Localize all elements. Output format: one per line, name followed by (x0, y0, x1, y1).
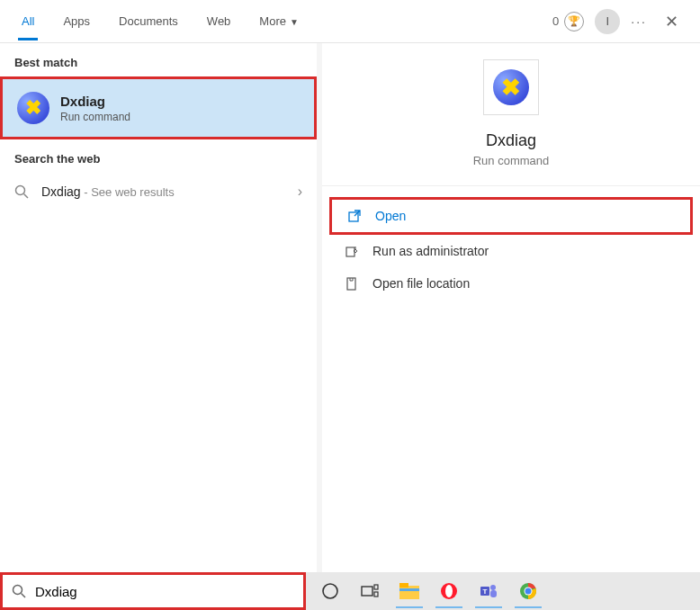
tab-more[interactable]: More▼ (245, 2, 313, 40)
svg-point-5 (13, 586, 22, 595)
svg-rect-8 (362, 587, 372, 596)
chevron-down-icon: ▼ (290, 17, 299, 27)
web-search-result[interactable]: Dxdiag - See web results › (0, 173, 317, 211)
action-open-location[interactable]: Open file location (329, 267, 693, 300)
rewards-button[interactable]: 0 🏆 (552, 12, 584, 31)
svg-point-15 (445, 585, 453, 597)
svg-rect-19 (490, 590, 497, 597)
result-subtitle: Run command (60, 111, 130, 123)
svg-rect-11 (399, 586, 419, 599)
web-result-subtitle: - See web results (81, 185, 175, 199)
taskbar-opera[interactable] (430, 574, 468, 608)
svg-point-7 (323, 584, 337, 598)
preview-title: Dxdiag (486, 131, 536, 150)
filter-tabs: All Apps Documents Web More▼ (7, 2, 313, 40)
svg-rect-12 (399, 583, 408, 588)
dxdiag-icon: ✖ (17, 92, 49, 124)
action-label: Open file location (372, 276, 470, 291)
action-label: Open (375, 209, 406, 223)
folder-icon (344, 277, 360, 291)
search-box[interactable] (0, 572, 306, 610)
action-list: Open Run as administrator Open file loca… (322, 186, 700, 310)
search-header: All Apps Documents Web More▼ 0 🏆 I ··· ✕ (0, 0, 700, 43)
search-web-heading: Search the web (0, 139, 317, 173)
svg-rect-3 (346, 247, 354, 256)
taskbar-cortana[interactable] (311, 574, 349, 608)
chevron-right-icon: › (298, 184, 302, 200)
results-pane: Best match ✖ Dxdiag Run command Search t… (0, 43, 317, 610)
action-run-admin[interactable]: Run as administrator (329, 235, 693, 267)
admin-icon (344, 245, 360, 258)
svg-line-1 (24, 194, 29, 199)
svg-line-6 (22, 594, 26, 598)
action-label: Run as administrator (372, 244, 489, 258)
svg-point-0 (16, 186, 25, 195)
svg-point-23 (525, 588, 532, 595)
user-avatar[interactable]: I (595, 9, 620, 34)
taskbar-taskview[interactable] (351, 574, 389, 608)
search-input[interactable] (35, 584, 294, 599)
action-open[interactable]: Open (329, 197, 693, 235)
svg-point-18 (490, 585, 496, 590)
svg-rect-10 (374, 592, 378, 597)
best-match-result[interactable]: ✖ Dxdiag Run command (0, 76, 317, 139)
svg-rect-13 (399, 588, 419, 591)
taskbar-explorer[interactable] (390, 574, 428, 608)
taskbar-chrome[interactable] (509, 574, 547, 608)
trophy-icon: 🏆 (564, 12, 584, 31)
svg-rect-9 (374, 585, 378, 589)
search-icon (12, 584, 26, 598)
preview-subtitle: Run command (473, 154, 550, 167)
taskbar: T (306, 572, 700, 610)
result-title: Dxdiag (60, 94, 130, 109)
svg-text:T: T (483, 588, 488, 596)
web-result-title: Dxdiag (41, 184, 81, 199)
reward-count: 0 (552, 14, 559, 28)
close-button[interactable]: ✕ (658, 8, 686, 35)
tab-documents[interactable]: Documents (104, 2, 193, 40)
taskbar-teams[interactable]: T (470, 574, 507, 608)
tab-apps[interactable]: Apps (49, 2, 104, 40)
preview-pane: ✖ Dxdiag Run command Open Run as adminis… (322, 43, 700, 610)
tab-all[interactable]: All (7, 2, 49, 40)
search-icon (14, 184, 29, 199)
tab-web[interactable]: Web (193, 2, 246, 40)
preview-app-icon: ✖ (483, 59, 539, 115)
open-icon (346, 210, 363, 223)
svg-rect-4 (347, 278, 355, 290)
more-options-button[interactable]: ··· (631, 14, 647, 29)
best-match-heading: Best match (0, 43, 317, 76)
